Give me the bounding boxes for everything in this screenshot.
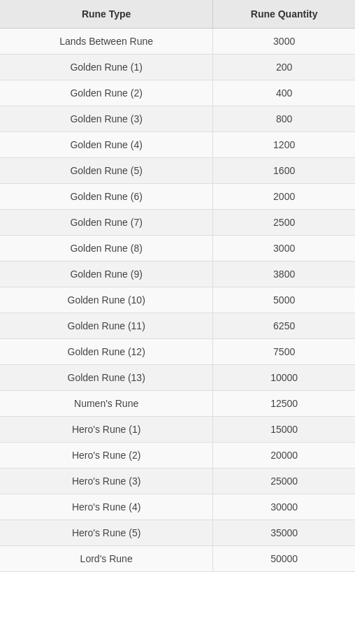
cell-rune-type: Golden Rune (13) [0, 365, 213, 391]
table-row: Hero's Rune (4)30000 [0, 494, 355, 520]
header-rune-quantity: Rune Quantity [213, 0, 355, 29]
cell-rune-quantity: 800 [213, 106, 355, 132]
cell-rune-type: Golden Rune (7) [0, 210, 213, 236]
cell-rune-type: Hero's Rune (5) [0, 520, 213, 546]
cell-rune-quantity: 3000 [213, 29, 355, 55]
cell-rune-quantity: 3800 [213, 262, 355, 287]
cell-rune-quantity: 3000 [213, 236, 355, 262]
table-row: Golden Rune (12)7500 [0, 339, 355, 365]
cell-rune-quantity: 20000 [213, 443, 355, 468]
table-row: Hero's Rune (3)25000 [0, 468, 355, 494]
cell-rune-quantity: 25000 [213, 468, 355, 494]
table-header-row: Rune Type Rune Quantity [0, 0, 355, 29]
table-row: Golden Rune (6)2000 [0, 184, 355, 210]
table-row: Golden Rune (2)400 [0, 80, 355, 106]
cell-rune-type: Golden Rune (1) [0, 55, 213, 80]
cell-rune-type: Golden Rune (9) [0, 262, 213, 287]
cell-rune-type: Golden Rune (3) [0, 106, 213, 132]
cell-rune-quantity: 12500 [213, 391, 355, 417]
table-row: Lands Between Rune3000 [0, 29, 355, 55]
cell-rune-quantity: 10000 [213, 365, 355, 391]
cell-rune-type: Hero's Rune (1) [0, 417, 213, 443]
cell-rune-quantity: 50000 [213, 546, 355, 572]
table-row: Golden Rune (3)800 [0, 106, 355, 132]
cell-rune-type: Golden Rune (11) [0, 313, 213, 339]
cell-rune-quantity: 15000 [213, 417, 355, 443]
cell-rune-quantity: 30000 [213, 494, 355, 520]
cell-rune-type: Lands Between Rune [0, 29, 213, 55]
cell-rune-type: Golden Rune (5) [0, 158, 213, 184]
table-row: Golden Rune (1)200 [0, 55, 355, 80]
cell-rune-quantity: 200 [213, 55, 355, 80]
cell-rune-quantity: 2500 [213, 210, 355, 236]
cell-rune-type: Hero's Rune (4) [0, 494, 213, 520]
cell-rune-type: Golden Rune (6) [0, 184, 213, 210]
table-row: Golden Rune (9)3800 [0, 262, 355, 287]
cell-rune-quantity: 1200 [213, 132, 355, 158]
table-row: Golden Rune (8)3000 [0, 236, 355, 262]
cell-rune-type: Hero's Rune (3) [0, 468, 213, 494]
cell-rune-type: Golden Rune (12) [0, 339, 213, 365]
cell-rune-type: Golden Rune (8) [0, 236, 213, 262]
table-row: Golden Rune (11)6250 [0, 313, 355, 339]
rune-table: Rune Type Rune Quantity Lands Between Ru… [0, 0, 355, 572]
table-row: Hero's Rune (5)35000 [0, 520, 355, 546]
cell-rune-quantity: 400 [213, 80, 355, 106]
cell-rune-quantity: 2000 [213, 184, 355, 210]
table-row: Golden Rune (7)2500 [0, 210, 355, 236]
cell-rune-quantity: 35000 [213, 520, 355, 546]
cell-rune-type: Numen's Rune [0, 391, 213, 417]
table-row: Golden Rune (13)10000 [0, 365, 355, 391]
cell-rune-type: Lord's Rune [0, 546, 213, 572]
table-row: Golden Rune (5)1600 [0, 158, 355, 184]
table-row: Numen's Rune12500 [0, 391, 355, 417]
cell-rune-type: Golden Rune (10) [0, 287, 213, 313]
cell-rune-type: Hero's Rune (2) [0, 443, 213, 468]
cell-rune-quantity: 7500 [213, 339, 355, 365]
cell-rune-quantity: 5000 [213, 287, 355, 313]
table-row: Golden Rune (4)1200 [0, 132, 355, 158]
cell-rune-quantity: 1600 [213, 158, 355, 184]
cell-rune-type: Golden Rune (4) [0, 132, 213, 158]
cell-rune-type: Golden Rune (2) [0, 80, 213, 106]
cell-rune-quantity: 6250 [213, 313, 355, 339]
table-row: Hero's Rune (2)20000 [0, 443, 355, 468]
table-row: Lord's Rune50000 [0, 546, 355, 572]
table-row: Hero's Rune (1)15000 [0, 417, 355, 443]
header-rune-type: Rune Type [0, 0, 213, 29]
table-row: Golden Rune (10)5000 [0, 287, 355, 313]
